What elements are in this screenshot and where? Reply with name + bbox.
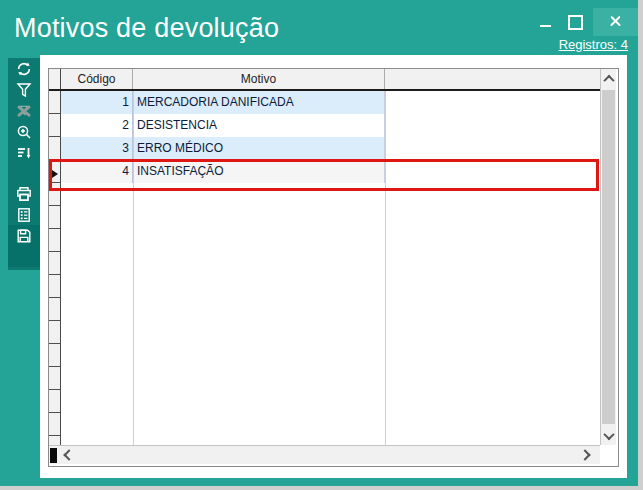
column-divider — [133, 91, 134, 445]
print-icon — [15, 185, 33, 203]
registros-link[interactable]: Registros: 4 — [559, 37, 628, 52]
cell-motivo[interactable]: INSATISFAÇÃO — [133, 160, 385, 183]
clear-filter-button[interactable] — [8, 100, 40, 121]
chevron-down-icon — [603, 428, 614, 439]
cell-motivo[interactable]: DESISTENCIA — [133, 114, 385, 137]
zoom-in-icon — [15, 123, 33, 141]
table-row-selected[interactable]: 4 INSATISFAÇÃO — [61, 160, 600, 183]
vertical-scrollbar[interactable] — [600, 69, 616, 445]
sort-button[interactable] — [8, 142, 40, 163]
titlebar[interactable]: Motivos de devolução Registros: 4 — [0, 0, 638, 55]
cell-extra[interactable] — [385, 137, 600, 160]
window-bottom-border — [0, 478, 638, 486]
sort-desc-icon — [15, 144, 33, 162]
maximize-icon — [568, 15, 583, 30]
minimize-icon — [540, 25, 551, 27]
scroll-up-button[interactable] — [601, 69, 616, 88]
cell-motivo[interactable]: ERRO MÉDICO — [133, 137, 385, 160]
horizontal-scroll-thumb[interactable] — [50, 448, 57, 463]
cell-extra[interactable] — [385, 91, 600, 114]
chevron-up-icon — [603, 74, 614, 85]
cell-codigo[interactable]: 1 — [61, 91, 133, 114]
data-grid: Código Motivo 1 MERCADORIA DANIFICADA 2 … — [48, 68, 619, 467]
save-icon — [15, 227, 33, 245]
chevron-left-icon — [63, 449, 74, 460]
row-selector-column — [49, 91, 61, 445]
refresh-icon — [15, 60, 33, 78]
toolbar — [8, 58, 40, 270]
cell-codigo[interactable]: 4 — [61, 160, 133, 183]
save-button[interactable] — [8, 225, 40, 267]
current-row-pointer-icon — [52, 170, 58, 178]
filter-icon — [15, 81, 33, 99]
vertical-scroll-thumb[interactable] — [602, 90, 615, 424]
column-divider — [385, 91, 386, 445]
close-button[interactable] — [593, 8, 638, 36]
cell-codigo[interactable]: 3 — [61, 137, 133, 160]
table-row[interactable]: 2 DESISTENCIA — [61, 114, 600, 137]
report-button[interactable] — [8, 204, 40, 225]
zoom-button[interactable] — [8, 121, 40, 142]
cell-extra[interactable] — [385, 114, 600, 137]
cell-extra[interactable] — [385, 160, 600, 183]
refresh-button[interactable] — [8, 58, 40, 79]
scroll-left-button[interactable] — [61, 447, 77, 463]
minimize-button[interactable] — [536, 10, 558, 36]
header-extra[interactable] — [385, 69, 600, 89]
grid-header-row: Código Motivo — [49, 69, 616, 91]
clear-filter-icon — [15, 102, 33, 120]
maximize-button[interactable] — [562, 10, 588, 36]
desktop-edge — [0, 486, 643, 490]
window-title: Motivos de devolução — [14, 13, 279, 44]
header-selector-cell — [49, 69, 61, 89]
print-button[interactable] — [8, 183, 40, 204]
report-icon — [15, 206, 33, 224]
header-motivo[interactable]: Motivo — [133, 69, 385, 89]
app-window: Motivos de devolução Registros: 4 — [0, 0, 638, 486]
grid-rows: 1 MERCADORIA DANIFICADA 2 DESISTENCIA 3 … — [61, 91, 600, 183]
scroll-down-button[interactable] — [601, 426, 616, 445]
screen: Motivos de devolução Registros: 4 — [0, 0, 643, 490]
cell-codigo[interactable]: 2 — [61, 114, 133, 137]
horizontal-scrollbar[interactable] — [49, 445, 600, 464]
chevron-right-icon — [579, 449, 590, 460]
window-right-border — [627, 55, 638, 486]
cell-motivo[interactable]: MERCADORIA DANIFICADA — [133, 91, 385, 114]
filter-button[interactable] — [8, 79, 40, 100]
scroll-right-button[interactable] — [577, 447, 593, 463]
header-codigo[interactable]: Código — [61, 69, 133, 89]
table-row[interactable]: 3 ERRO MÉDICO — [61, 137, 600, 160]
table-row[interactable]: 1 MERCADORIA DANIFICADA — [61, 91, 600, 114]
desktop-edge — [638, 0, 643, 490]
